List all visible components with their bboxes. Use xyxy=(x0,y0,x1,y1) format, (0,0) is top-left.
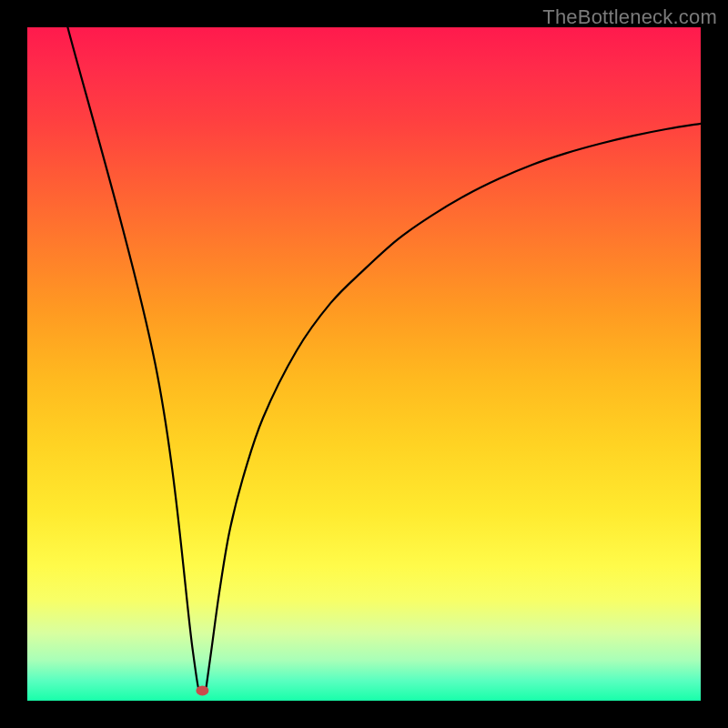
minimum-marker xyxy=(196,685,208,695)
chart-frame: TheBottleneck.com xyxy=(0,0,728,728)
marker-layer xyxy=(27,27,701,701)
plot-area xyxy=(27,27,701,701)
watermark-text: TheBottleneck.com xyxy=(542,5,717,29)
